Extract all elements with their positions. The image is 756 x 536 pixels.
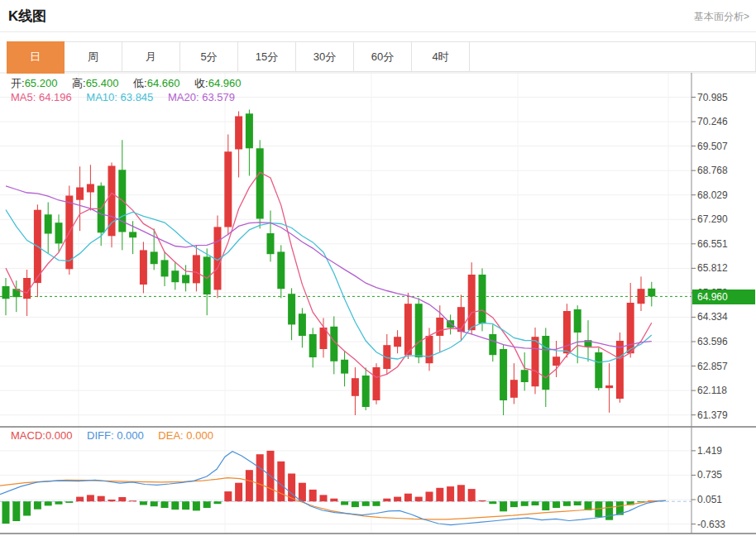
ma20-value: 63.579 xyxy=(202,91,235,103)
high-label: 高: xyxy=(72,77,86,89)
tab-month[interactable]: 月 xyxy=(122,42,180,71)
low-value: 64.660 xyxy=(147,77,180,89)
tab-week[interactable]: 周 xyxy=(65,42,122,71)
close-label: 收: xyxy=(194,77,208,89)
diff-label: DIFF: xyxy=(87,429,114,442)
y-axis-label: 61.379 xyxy=(697,409,728,421)
timeframe-tabs: 日 周 月 5分 15分 30分 60分 4时 xyxy=(7,41,756,72)
tab-60min[interactable]: 60分 xyxy=(354,42,412,71)
tab-4hour[interactable]: 4时 xyxy=(412,42,470,71)
macd-value: 0.000 xyxy=(45,429,73,442)
ma10-label: MA10: xyxy=(86,91,117,103)
y-axis-label: 68.029 xyxy=(697,189,728,201)
tab-30min[interactable]: 30分 xyxy=(296,42,354,71)
y-axis-label: 62.857 xyxy=(697,361,728,372)
dea-value: 0.000 xyxy=(186,429,213,442)
low-label: 低: xyxy=(133,77,147,89)
macd-axis-label: 1.419 xyxy=(697,445,722,457)
y-axis-label: 70.985 xyxy=(697,92,728,103)
tab-day[interactable]: 日 xyxy=(7,41,65,74)
header-divider xyxy=(0,31,756,32)
tab-5min[interactable]: 5分 xyxy=(180,42,238,71)
y-axis-label: 70.246 xyxy=(697,116,728,127)
macd-axis-label: 0.735 xyxy=(697,469,722,481)
y-axis-label: 68.768 xyxy=(697,165,728,176)
ma5-label: MA5: xyxy=(11,91,36,103)
ma10-value: 63.845 xyxy=(121,91,154,103)
y-axis-label: 62.118 xyxy=(697,385,727,396)
current-price-label: 64.960 xyxy=(692,290,755,304)
page-title: K线图 xyxy=(8,7,46,26)
ma-readout: MA5: 64.196 MA10: 63.845 MA20: 63.579 xyxy=(11,91,246,103)
macd-readout: MACD:0.000 DIFF: 0.000 DEA: 0.000 xyxy=(11,429,225,442)
open-label: 开: xyxy=(11,77,25,89)
dea-label: DEA: xyxy=(158,429,183,442)
fundamental-analysis-link[interactable]: 基本面分析> xyxy=(694,10,749,24)
y-axis-label: 64.334 xyxy=(697,311,728,323)
y-axis-label: 65.812 xyxy=(697,262,728,274)
ma5-value: 64.196 xyxy=(39,91,72,103)
macd-axis-label: -0.633 xyxy=(697,519,725,530)
diff-value: 0.000 xyxy=(117,429,144,442)
ohlc-readout: 开:65.200 高:65.400 低:64.660 收:64.960 xyxy=(11,76,252,91)
y-axis-label: 67.290 xyxy=(697,213,728,225)
high-value: 65.400 xyxy=(86,77,119,89)
macd-label: MACD: xyxy=(11,429,45,442)
macd-axis-label: 0.051 xyxy=(697,494,722,505)
y-axis-label: 69.507 xyxy=(697,141,728,152)
tab-15min[interactable]: 15分 xyxy=(238,42,296,71)
close-value: 64.960 xyxy=(208,77,242,89)
y-axis-label: 63.596 xyxy=(697,336,728,347)
y-axis-label: 66.551 xyxy=(697,238,728,250)
open-value: 65.200 xyxy=(25,77,58,89)
ma20-label: MA20: xyxy=(168,91,199,103)
